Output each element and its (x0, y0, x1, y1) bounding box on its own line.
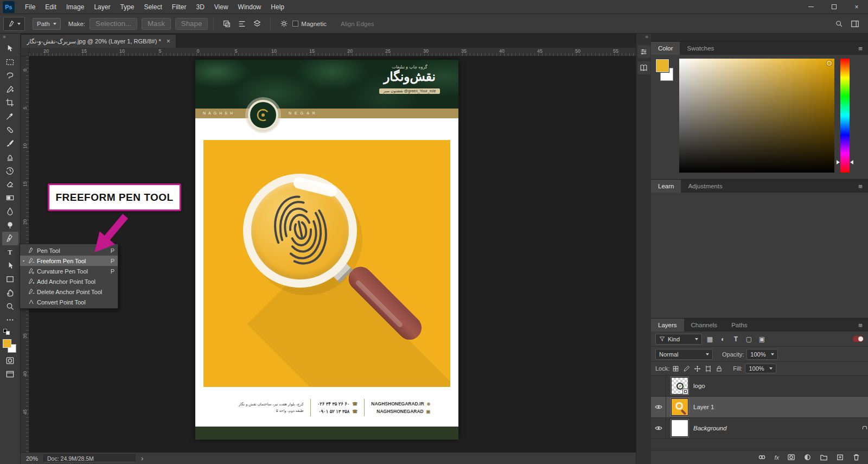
hue-slider[interactable] (840, 59, 850, 173)
layer-name[interactable]: Background (693, 425, 726, 431)
tab-paths[interactable]: Paths (724, 319, 754, 332)
make-shape-button[interactable]: Shape (175, 18, 208, 30)
collapsed-panel-properties[interactable] (637, 45, 650, 58)
path-alignment-button[interactable] (235, 17, 249, 30)
tab-adjustments[interactable]: Adjustments (681, 180, 729, 193)
layer-row-layer-1[interactable]: Layer 1 (651, 397, 868, 418)
horizontal-ruler[interactable]: 20151050510152025303540455055 (29, 48, 636, 56)
menu-edit[interactable]: Edit (40, 0, 61, 14)
tab-close-icon[interactable]: × (167, 37, 170, 45)
make-selection-button[interactable]: Selection... (90, 18, 137, 30)
menu-type[interactable]: Type (115, 0, 139, 14)
ruler-origin-corner[interactable] (21, 48, 29, 56)
restore-button[interactable] (822, 0, 845, 14)
hand-tool[interactable] (2, 286, 18, 300)
move-tool[interactable] (2, 42, 18, 55)
link-layers-icon[interactable] (758, 453, 766, 461)
eyedropper-tool[interactable] (2, 110, 18, 123)
filter-adjustment-layers-icon[interactable]: ◐ (718, 335, 728, 343)
foreground-background-colors[interactable] (3, 339, 17, 354)
saturation-brightness-field[interactable] (679, 59, 834, 173)
filter-kind-select[interactable]: Kind (655, 334, 702, 345)
foreground-color-swatch[interactable] (656, 59, 669, 72)
document-tab[interactable]: سربرگ-نقش-و-نگار.jpg @ 20% (Layer 1, RGB… (21, 34, 176, 48)
new-group-icon[interactable] (820, 453, 828, 461)
visibility-toggle[interactable] (651, 397, 666, 417)
menu-item-add-anchor-point-tool[interactable]: Add Anchor Point Tool (20, 276, 118, 287)
layer-thumbnail[interactable] (671, 377, 688, 395)
history-brush-tool[interactable] (2, 164, 18, 177)
fill-field[interactable]: 100% (745, 364, 776, 373)
edit-toolbar-ellipsis[interactable] (2, 313, 18, 327)
delete-layer-icon[interactable] (852, 453, 860, 461)
panel-menu-icon[interactable]: ≡ (853, 180, 868, 193)
gradient-tool[interactable] (2, 191, 18, 205)
filter-shape-layers-icon[interactable]: ▢ (744, 335, 754, 343)
menu-view[interactable]: View (209, 0, 233, 14)
screen-mode-button[interactable] (2, 367, 18, 381)
menu-3d[interactable]: 3D (191, 0, 209, 14)
rectangular-marquee-tool[interactable] (2, 55, 18, 69)
lock-position-icon[interactable] (694, 365, 701, 372)
spot-healing-brush-tool[interactable] (2, 123, 18, 137)
rectangle-tool[interactable] (2, 272, 18, 286)
layer-thumbnail[interactable] (671, 398, 688, 416)
new-layer-icon[interactable] (836, 453, 844, 461)
tab-channels[interactable]: Channels (684, 319, 725, 332)
pen-options-gear-button[interactable] (277, 17, 291, 30)
new-adjustment-layer-icon[interactable] (803, 453, 812, 461)
menu-item-convert-point-tool[interactable]: Convert Point Tool (20, 297, 118, 307)
magnetic-checkbox[interactable] (292, 21, 298, 27)
eraser-tool[interactable] (2, 177, 18, 191)
filter-smart-objects-icon[interactable]: ▣ (757, 335, 767, 343)
toolbar-collapse-button[interactable]: » (0, 34, 20, 42)
filter-type-layers-icon[interactable]: T (731, 335, 741, 343)
brush-tool[interactable] (2, 137, 18, 150)
menu-filter[interactable]: Filter (167, 0, 192, 14)
layer-name[interactable]: logo (693, 383, 705, 389)
panel-menu-icon[interactable]: ≡ (853, 319, 868, 332)
lock-all-icon[interactable] (716, 365, 723, 372)
visibility-toggle[interactable] (651, 376, 666, 396)
quick-mask-mode-button[interactable] (2, 354, 18, 367)
menu-item-delete-anchor-point-tool[interactable]: Delete Anchor Point Tool (20, 287, 118, 297)
crop-tool[interactable] (2, 96, 18, 110)
pen-tool[interactable] (2, 232, 18, 245)
make-mask-button[interactable]: Mask (142, 18, 171, 30)
zoom-tool[interactable] (2, 300, 18, 313)
lasso-tool[interactable] (2, 69, 18, 82)
opacity-field[interactable]: 100% (746, 349, 778, 360)
filter-pixel-layers-icon[interactable]: ▦ (705, 335, 715, 343)
path-arrangement-button[interactable] (250, 17, 264, 30)
menu-window[interactable]: Window (233, 0, 266, 14)
layer-filtering-toggle[interactable] (853, 336, 864, 342)
blend-mode-select[interactable]: Normal (655, 349, 713, 360)
lock-artboard-icon[interactable] (705, 365, 712, 372)
object-selection-tool[interactable] (2, 82, 18, 96)
tool-mode-select[interactable]: Path (33, 18, 61, 30)
document-canvas[interactable]: گروه چاپ و تبلیغات نقش‌ونگار نقشتون سبز … (195, 60, 458, 440)
search-icon[interactable] (835, 20, 843, 28)
tab-learn[interactable]: Learn (651, 180, 681, 193)
type-tool[interactable]: T (2, 245, 18, 259)
lock-transparency-icon[interactable] (672, 365, 679, 372)
tool-preset-picker[interactable] (3, 17, 25, 31)
default-colors-button[interactable] (3, 329, 11, 335)
zoom-level-field[interactable]: 20% (26, 455, 38, 462)
panel-menu-icon[interactable]: ≡ (853, 42, 868, 55)
add-layer-mask-icon[interactable] (787, 453, 795, 461)
minimize-button[interactable] (800, 0, 822, 14)
path-operations-button[interactable] (220, 17, 234, 30)
menu-image[interactable]: Image (61, 0, 89, 14)
workspace-switcher-icon[interactable] (851, 20, 859, 28)
menu-layer[interactable]: Layer (89, 0, 115, 14)
layer-name[interactable]: Layer 1 (693, 404, 714, 410)
dock-collapse-button[interactable]: « (636, 34, 651, 42)
menu-item-curvature-pen-tool[interactable]: Curvature Pen Tool P (20, 266, 118, 276)
visibility-toggle[interactable] (651, 418, 666, 438)
clone-stamp-tool[interactable] (2, 150, 18, 164)
layer-effects-icon[interactable]: fx (774, 454, 779, 461)
menu-file[interactable]: File (20, 0, 40, 14)
tab-swatches[interactable]: Swatches (680, 42, 721, 55)
close-button[interactable]: × (845, 0, 868, 14)
